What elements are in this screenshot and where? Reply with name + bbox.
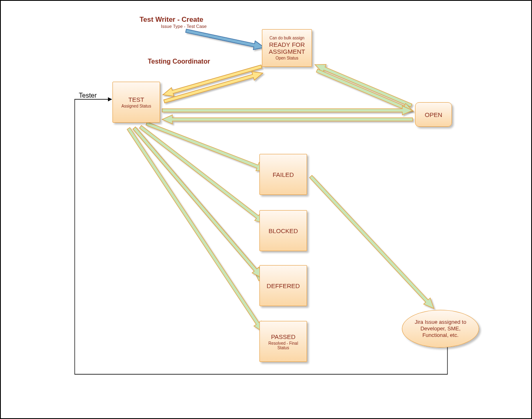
arrow-test-to-ready [163, 69, 264, 106]
node-deffered-title: DEFFERED [267, 282, 300, 289]
node-ready-sub: Open Status [275, 56, 298, 60]
node-jira: Jira Issue assigned to Developer, SME, F… [402, 310, 479, 348]
arrow-create [185, 26, 265, 52]
node-ready-title2: ASSIGMENT [269, 48, 305, 55]
arrow-test-to-deffered-fix [131, 125, 266, 281]
arrow-ready-to-test [162, 62, 263, 99]
arrow-open-to-test [162, 115, 413, 124]
node-passed: PASSED Resolved - Final Status [259, 321, 307, 362]
label-testwriter-sub: Issue Type - Test Case [161, 24, 206, 29]
arrow-test-to-passed [125, 126, 267, 334]
label-tester: Tester [79, 92, 97, 99]
node-ready: Can do bulk assign READY FOR ASSIGMENT O… [262, 29, 312, 67]
label-testing-coordinator: Testing Coordinator [148, 58, 210, 65]
diagram-canvas: { "labels": { "testwriter_title": "Test … [0, 0, 532, 419]
arrow-open-to-ready [313, 60, 413, 110]
node-test-sub: Assigned Status [122, 104, 151, 108]
node-failed: FAILED [259, 154, 307, 195]
arrow-test-to-open [162, 106, 413, 115]
node-deffered: DEFFERED [259, 265, 307, 306]
node-blocked-title: BLOCKED [268, 227, 298, 234]
arrow-ready-to-open [315, 66, 415, 116]
node-jira-line1: Jira Issue assigned to [415, 319, 466, 325]
node-passed-title: PASSED [271, 333, 296, 340]
node-ready-title1: READY FOR [269, 41, 305, 48]
node-passed-sub2: Status [277, 346, 289, 350]
node-open-title: OPEN [425, 111, 443, 118]
node-test: TEST Assigned Status [112, 82, 160, 123]
node-blocked: BLOCKED [259, 210, 307, 251]
node-jira-line3: Functional, etc. [422, 332, 459, 339]
node-jira-line2: Developer, SME, [420, 325, 461, 332]
node-failed-title: FAILED [273, 171, 294, 178]
node-open: OPEN [415, 102, 452, 127]
node-passed-sub1: Resolved - Final [268, 341, 298, 346]
arrow-failed-to-jira [307, 173, 437, 311]
node-ready-pre: Can do bulk assign [269, 36, 304, 40]
node-test-title: TEST [128, 96, 144, 103]
label-testwriter-title: Test Writer - Create [140, 16, 203, 24]
